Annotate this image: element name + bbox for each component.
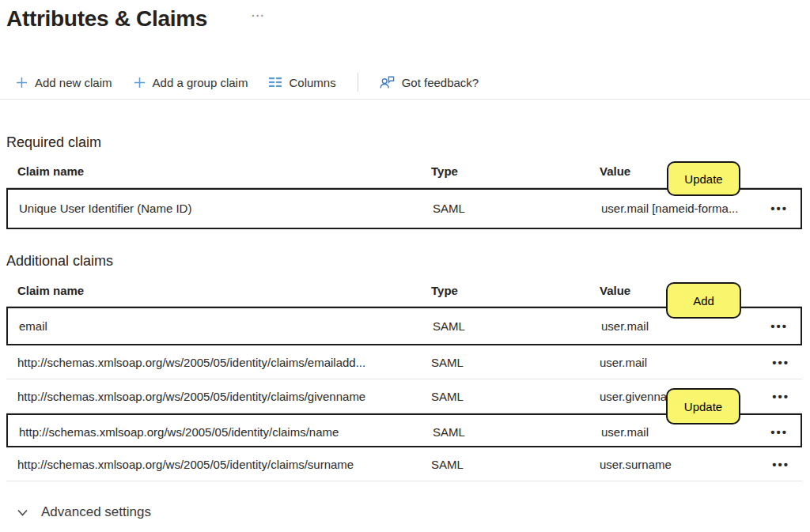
column-header-type: Type bbox=[431, 278, 458, 304]
type-cell: SAML bbox=[433, 190, 465, 228]
columns-icon bbox=[269, 77, 282, 87]
type-cell: SAML bbox=[431, 379, 464, 413]
column-header-claim-name: Claim name bbox=[17, 158, 84, 185]
advanced-settings-label: Advanced settings bbox=[41, 504, 151, 520]
column-header-value: Value bbox=[600, 278, 630, 304]
chevron-down-icon bbox=[16, 506, 29, 519]
claim-name-cell: http://schemas.xmlsoap.org/ws/2005/05/id… bbox=[19, 415, 339, 449]
table-row-surname[interactable]: http://schemas.xmlsoap.org/ws/2005/05/id… bbox=[6, 447, 802, 481]
row-menu-icon[interactable]: ••• bbox=[770, 415, 788, 449]
toolbar-rule bbox=[0, 99, 810, 100]
column-header-claim-name: Claim name bbox=[17, 278, 84, 304]
advanced-settings-toggle[interactable]: Advanced settings bbox=[16, 504, 151, 520]
add-new-claim-button[interactable]: Add new claim bbox=[16, 76, 112, 89]
value-cell: user.mail bbox=[601, 415, 649, 449]
add-new-claim-label: Add new claim bbox=[35, 76, 112, 89]
additional-claims-heading: Additional claims bbox=[6, 253, 113, 270]
claim-name-cell: http://schemas.xmlsoap.org/ws/2005/05/id… bbox=[17, 447, 354, 481]
got-feedback-button[interactable]: Got feedback? bbox=[380, 76, 479, 89]
feedback-icon bbox=[380, 76, 395, 89]
claim-name-cell: http://schemas.xmlsoap.org/ws/2005/05/id… bbox=[17, 345, 365, 379]
annotation-callout-add-email: Add bbox=[666, 282, 741, 319]
add-icon bbox=[16, 77, 28, 89]
ellipsis-icon[interactable]: ··· bbox=[252, 9, 265, 22]
required-claim-heading: Required claim bbox=[6, 134, 101, 151]
row-menu-icon[interactable]: ••• bbox=[770, 308, 788, 344]
row-menu-icon[interactable]: ••• bbox=[772, 447, 789, 481]
row-menu-icon[interactable]: ••• bbox=[770, 190, 788, 228]
add-icon bbox=[134, 77, 146, 89]
value-cell: user.mail bbox=[600, 345, 647, 379]
type-cell: SAML bbox=[431, 345, 464, 379]
row-menu-icon[interactable]: ••• bbox=[772, 379, 789, 413]
annotation-callout-update-required: Update bbox=[667, 161, 740, 196]
row-menu-icon[interactable]: ••• bbox=[772, 345, 789, 379]
page-title: Attributes & Claims bbox=[6, 6, 207, 32]
toolbar-divider bbox=[358, 73, 358, 92]
value-cell: user.surname bbox=[600, 447, 672, 481]
claim-name-cell: http://schemas.xmlsoap.org/ws/2005/05/id… bbox=[17, 379, 365, 413]
command-bar: Add new claim Add a group claim Columns … bbox=[16, 70, 479, 95]
column-header-type: Type bbox=[431, 158, 458, 185]
claim-name-cell: Unique User Identifier (Name ID) bbox=[19, 190, 191, 228]
value-cell: user.mail bbox=[601, 308, 649, 344]
columns-label: Columns bbox=[289, 76, 335, 89]
table-row-emailaddress[interactable]: http://schemas.xmlsoap.org/ws/2005/05/id… bbox=[6, 345, 802, 379]
column-header-value: Value bbox=[600, 158, 630, 185]
annotation-callout-update-name: Update bbox=[666, 388, 740, 424]
claim-name-cell: email bbox=[19, 308, 47, 344]
add-group-claim-button[interactable]: Add a group claim bbox=[134, 76, 248, 89]
columns-button[interactable]: Columns bbox=[269, 76, 335, 89]
add-group-claim-label: Add a group claim bbox=[153, 76, 248, 89]
type-cell: SAML bbox=[433, 415, 465, 449]
type-cell: SAML bbox=[431, 447, 464, 481]
type-cell: SAML bbox=[433, 308, 465, 344]
got-feedback-label: Got feedback? bbox=[402, 76, 479, 89]
